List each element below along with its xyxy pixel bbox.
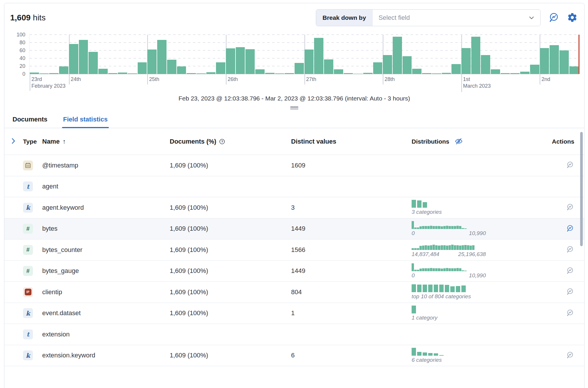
table-row: t extension xyxy=(4,324,584,345)
x-axis-label: 24th xyxy=(71,76,81,83)
gear-icon xyxy=(567,19,578,24)
histogram-bar xyxy=(344,73,353,74)
field-stats-table-body: @timestamp 1,609 (100%) 1609 t agent k a… xyxy=(4,155,584,366)
expand-row-button[interactable] xyxy=(9,351,18,360)
distribution-top-values: 1 category xyxy=(412,306,438,321)
distribution-cell: 3 categories xyxy=(412,200,547,215)
visualize-field-button[interactable] xyxy=(566,246,574,254)
documents-percent: 1,609 (100%) xyxy=(170,162,291,169)
histogram-bar xyxy=(157,40,167,74)
lens-chart-icon xyxy=(566,229,574,233)
number-field-type-icon: # xyxy=(23,224,33,234)
expand-row-button[interactable] xyxy=(9,182,18,191)
number-field-type-icon: # xyxy=(23,266,33,276)
distribution-cell: 010,990 xyxy=(412,263,547,279)
y-axis-tick: 80 xyxy=(20,40,25,46)
distribution-min-label: 0 xyxy=(412,272,415,279)
visualize-field-button[interactable] xyxy=(566,267,574,275)
toggle-distributions-button[interactable] xyxy=(454,137,463,146)
distribution-categories-label: 6 categories xyxy=(412,357,445,363)
table-row: # bytes_counter 1,609 (100%) 1566 14,837… xyxy=(4,239,584,261)
text-field-type-icon: t xyxy=(23,181,33,191)
help-icon[interactable]: ? xyxy=(219,138,226,145)
lens-chart-icon xyxy=(566,207,574,212)
visualize-field-button[interactable] xyxy=(566,224,574,233)
distribution-histogram: 010,990 xyxy=(412,263,486,279)
histogram-bar xyxy=(40,73,49,74)
expand-row-button[interactable] xyxy=(9,203,18,212)
distribution-cell: top 10 of 804 categories xyxy=(412,284,547,300)
histogram-bar xyxy=(69,44,78,74)
histogram-bar xyxy=(216,62,225,74)
histogram-bar xyxy=(196,73,206,74)
visualize-field-button[interactable] xyxy=(566,161,574,170)
histogram-bar xyxy=(187,73,196,74)
visualize-field-button[interactable] xyxy=(566,351,574,360)
distribution-max-label: 25,196,638 xyxy=(458,251,486,258)
visualize-field-button[interactable] xyxy=(566,288,574,297)
hits-histogram[interactable]: 020406080100 23rdFebruary 202324th25th26… xyxy=(4,35,579,74)
histogram-bar xyxy=(461,48,471,74)
y-axis-tick: 60 xyxy=(20,47,25,54)
histogram-bar xyxy=(501,73,510,74)
histogram-bar xyxy=(49,73,59,74)
documents-percent: 1,609 (100%) xyxy=(170,246,291,254)
histogram-bar xyxy=(471,37,481,74)
x-axis-label: 23rdFebruary 2023 xyxy=(31,76,65,89)
table-row: # bytes_gauge 1,609 (100%) 1449 010,990 xyxy=(4,261,584,282)
expand-row-button[interactable] xyxy=(9,267,18,275)
histogram-bar xyxy=(30,73,39,74)
x-axis-label: 1stMarch 2023 xyxy=(463,76,491,89)
keyword-field-type-icon: k xyxy=(23,203,33,213)
visualize-field-button[interactable] xyxy=(566,309,574,318)
expand-row-button[interactable] xyxy=(9,288,18,297)
breakdown-placeholder: Select field xyxy=(373,10,528,26)
histogram-bar xyxy=(403,56,412,74)
x-axis-label: 26th xyxy=(228,76,238,83)
histogram-bar xyxy=(324,59,333,74)
lens-chart-icon xyxy=(566,250,574,254)
distribution-min-label: 0 xyxy=(412,230,415,237)
expand-row-button[interactable] xyxy=(9,161,18,170)
distinct-values: 1566 xyxy=(291,246,412,254)
distinct-values-column-header: Distinct values xyxy=(291,138,412,145)
expand-row-button[interactable] xyxy=(9,246,18,254)
documents-percent: 1,609 (100%) xyxy=(170,225,291,232)
expand-row-button[interactable] xyxy=(9,330,18,339)
field-name: agent xyxy=(42,183,170,190)
visualize-field-button[interactable] xyxy=(566,203,574,212)
chart-resize-handle[interactable] xyxy=(288,107,300,109)
date-field-type-icon xyxy=(23,161,33,170)
expand-all-button[interactable] xyxy=(9,137,18,146)
histogram-bar xyxy=(334,69,343,74)
distribution-categories-label: 3 categories xyxy=(412,209,442,215)
table-row: k agent.keyword 1,609 (100%) 3 3 categor… xyxy=(4,197,584,218)
histogram-bar xyxy=(353,74,363,74)
distribution-max-label: 10,990 xyxy=(469,272,486,279)
scrollbar-thumb[interactable] xyxy=(580,132,583,246)
histogram-bar xyxy=(88,52,98,74)
histogram-bar xyxy=(451,64,461,74)
histogram-bar xyxy=(245,49,255,74)
histogram-bar xyxy=(98,69,108,74)
breakdown-field-select[interactable]: Break down by Select field xyxy=(316,9,541,26)
chart-options-gear-button[interactable] xyxy=(567,12,578,23)
distinct-values: 3 xyxy=(291,204,412,211)
edit-visualization-button[interactable] xyxy=(548,12,559,23)
field-name: @timestamp xyxy=(42,162,170,169)
field-name: bytes_gauge xyxy=(42,267,170,275)
expand-row-button[interactable] xyxy=(9,224,18,233)
histogram-bar xyxy=(255,69,265,74)
expand-row-button[interactable] xyxy=(9,309,18,318)
tab-documents[interactable]: Documents xyxy=(11,113,49,128)
distribution-top-values: 3 categories xyxy=(412,200,442,215)
y-axis-tick: 20 xyxy=(20,63,25,69)
distribution-histogram: 010,990 xyxy=(412,221,486,237)
field-stats-table-header: Type Name ↑ Documents (%) ? Distinct val… xyxy=(4,128,584,155)
lens-chart-icon xyxy=(566,355,574,360)
distribution-cell: 1 category xyxy=(412,306,547,321)
histogram-bar xyxy=(491,69,500,74)
documents-percent: 1,609 (100%) xyxy=(170,352,291,359)
name-column-header[interactable]: Name ↑ xyxy=(42,138,170,145)
tab-field-statistics[interactable]: Field statistics xyxy=(62,113,109,128)
